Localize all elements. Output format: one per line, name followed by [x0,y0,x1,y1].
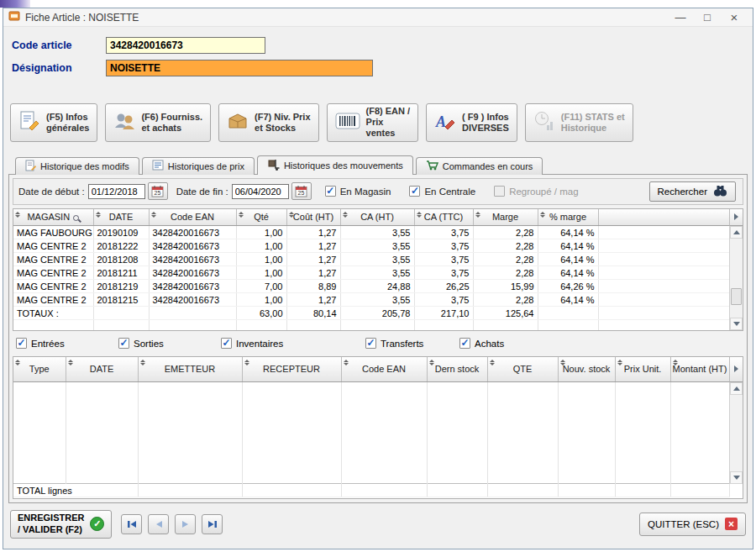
close-button[interactable]: × [721,9,748,26]
checkbox-en-magasin[interactable]: En Magasin [325,186,391,197]
sort-icon[interactable] [239,212,244,218]
checkbox-achats[interactable]: Achats [459,338,504,349]
table-row[interactable]: MAG FAUBOURG2019010934284200166731,001,2… [13,226,729,239]
nav-previous-button[interactable] [148,514,169,534]
sort-icon[interactable] [429,360,434,365]
quit-button[interactable]: QUITTER (ESC) × [639,513,746,536]
minimize-button[interactable]: — [667,9,694,26]
table-row[interactable]: TOTAUX :63,0080,14205,78217,10125,64 [13,307,729,320]
column-header[interactable]: EMETTEUR [138,357,242,382]
tab-historiques-de-prix[interactable]: Historiques de prix [142,157,255,175]
save-button[interactable]: ENREGISTRER / VALIDER (F2) ✓ [10,510,112,539]
titlebar[interactable]: Fiche Article : NOISETTE — □ × [3,8,753,27]
sort-icon[interactable] [96,212,101,218]
column-header[interactable]: Dern stock [427,357,487,382]
sort-icon[interactable] [673,360,678,365]
table-row[interactable]: MAG CENTRE 22018121534284200166731,001,2… [13,293,729,307]
maximize-button[interactable]: □ [694,9,721,26]
code-article-input[interactable] [106,37,265,54]
sort-icon[interactable] [560,360,565,365]
sort-icon[interactable] [15,360,20,365]
column-header[interactable]: CA (TTC) [414,209,473,226]
designation-input[interactable] [106,60,373,76]
sort-icon[interactable] [343,212,348,218]
column-header[interactable]: Nouv. stock [558,357,615,382]
column-header[interactable]: Prix Unit. [615,357,670,382]
toolbar-button-f7-niveau-prix-stocks[interactable]: (F7) Niv. Prix et Stocks [218,103,318,142]
column-search-icon[interactable] [73,215,79,221]
scroll-up-button[interactable] [730,382,743,395]
table-row[interactable]: MAG CENTRE 22018121134284200166731,001,2… [13,266,729,280]
scroll-up-button[interactable] [730,226,743,239]
column-header[interactable]: Type [13,357,66,382]
tab-commandes-en-cours[interactable]: Commandes en cours [416,157,543,175]
tab-historiques-des-mouvements[interactable]: Historiques des mouvements [257,155,413,175]
vertical-scrollbar[interactable] [729,226,743,330]
date-start-input[interactable] [88,184,145,199]
checkbox-icon[interactable] [221,338,232,349]
column-header[interactable]: Montant (HT) [670,357,729,382]
sort-icon[interactable] [617,360,622,365]
sort-icon[interactable] [490,360,495,365]
date-end-calendar-button[interactable]: 25 [291,182,312,200]
sort-icon[interactable] [475,212,480,218]
sort-icon[interactable] [244,360,249,365]
table-row[interactable]: MAG CENTRE 22018120834284200166731,001,2… [13,253,729,266]
column-header[interactable]: Marge [473,209,538,226]
column-header[interactable]: Qté [236,209,286,226]
sort-icon[interactable] [417,212,422,218]
sort-icon[interactable] [140,360,145,365]
header-scroll-right-button[interactable] [729,357,743,382]
sort-icon[interactable] [540,212,545,218]
checkbox-sorties[interactable]: Sorties [118,338,221,349]
checkbox-entrées[interactable]: Entrées [16,338,118,349]
sort-icon[interactable] [289,212,294,218]
checkbox-regroupé-mag[interactable]: Regroupé / mag [494,186,578,197]
scroll-down-button[interactable] [730,318,743,330]
scroll-thumb[interactable] [731,288,742,305]
nav-first-button[interactable] [121,514,142,534]
vertical-scrollbar[interactable] [729,382,743,484]
sort-icon[interactable] [15,212,20,218]
checkbox-icon[interactable] [459,338,470,349]
column-header[interactable]: Coût (HT) [286,209,340,226]
column-header[interactable]: Code EAN [341,357,427,382]
date-end-input[interactable] [232,184,289,199]
sort-icon[interactable] [344,360,349,365]
scroll-down-button[interactable] [730,471,743,484]
column-header[interactable]: % marge [538,209,598,226]
column-header[interactable]: CA (HT) [340,209,414,226]
nav-last-button[interactable] [202,514,223,534]
nav-next-button[interactable] [175,514,196,534]
column-header[interactable]: QTE [487,357,558,382]
tab-historique-des-modifs[interactable]: Historique des modifs [15,157,139,175]
table-row[interactable] [13,382,729,484]
column-header[interactable]: RECEPTEUR [242,357,341,382]
checkbox-icon[interactable] [494,186,505,197]
checkbox-inventaires[interactable]: Inventaires [221,338,365,349]
checkbox-icon[interactable] [409,186,420,197]
toolbar-button-f8-ean-prix-ventes[interactable]: (F8) EAN / Prix ventes [327,103,419,142]
toolbar-button-f5-infos-generales[interactable]: (F5) Infos générales [10,103,97,142]
header-scroll-right-button[interactable] [729,209,743,226]
table-row[interactable]: MAG CENTRE 22018122234284200166731,001,2… [13,239,729,253]
checkbox-icon[interactable] [365,338,376,349]
sort-icon[interactable] [151,212,156,218]
table-row[interactable] [13,320,729,330]
date-start-calendar-button[interactable]: 25 [148,182,168,200]
column-header[interactable]: MAGASIN [13,209,93,226]
column-header[interactable]: Code EAN [149,209,236,226]
checkbox-icon[interactable] [325,186,336,197]
checkbox-icon[interactable] [118,338,129,349]
toolbar-button-f6-fournisseurs-achats[interactable]: (F6) Fourniss. et achats [105,103,211,142]
toolbar-button-f9-infos-diverses[interactable]: A ( F9 ) Infos DIVERSES [426,103,517,142]
rechercher-button[interactable]: Rechercher [649,181,736,202]
cart-icon [426,160,438,172]
checkbox-en-centrale[interactable]: En Centrale [409,186,475,197]
table-row[interactable]: MAG CENTRE 22018121934284200166737,008,8… [13,280,729,293]
sort-icon[interactable] [68,360,73,365]
checkbox-icon[interactable] [16,338,27,349]
column-header[interactable]: DATE [93,209,149,226]
column-header[interactable]: DATE [66,357,138,382]
checkbox-transferts[interactable]: Transferts [365,338,459,349]
